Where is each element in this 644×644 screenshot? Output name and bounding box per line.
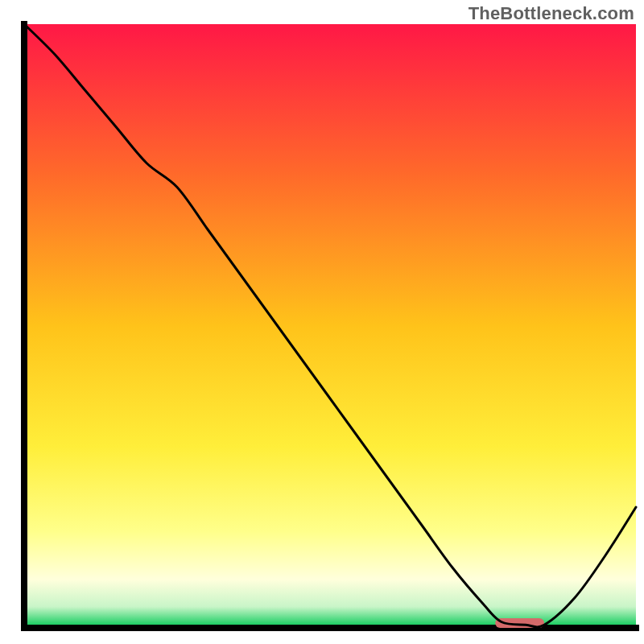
chart-container: { "watermark": "TheBottleneck.com", "cha… [0,0,644,644]
bottleneck-chart [0,0,644,644]
chart-background-gradient [24,24,636,628]
watermark-text: TheBottleneck.com [469,3,634,24]
